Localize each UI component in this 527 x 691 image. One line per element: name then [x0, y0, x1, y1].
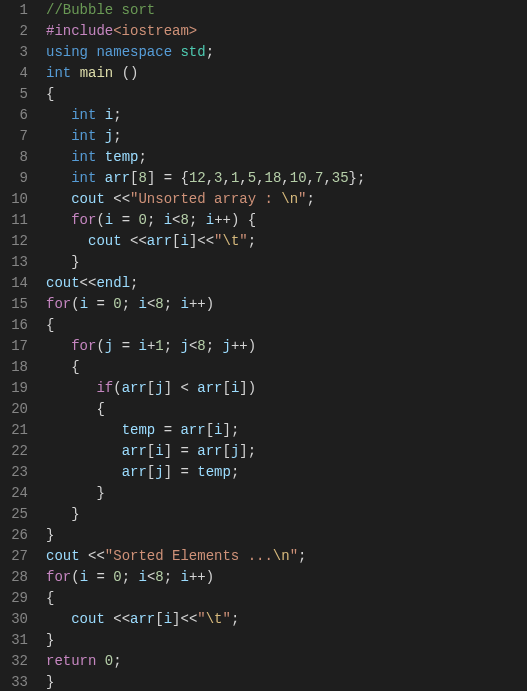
- code-line[interactable]: {: [46, 399, 365, 420]
- code-line[interactable]: temp = arr[i];: [46, 420, 365, 441]
- code-line[interactable]: for(i = 0; i<8; i++): [46, 567, 365, 588]
- token: =: [88, 569, 113, 585]
- token: ];: [239, 443, 256, 459]
- token: \n: [281, 191, 298, 207]
- code-line[interactable]: cout <<"Sorted Elements ...\n";: [46, 546, 365, 567]
- token: [96, 107, 104, 123]
- code-line[interactable]: cout <<"Unsorted array : \n";: [46, 189, 365, 210]
- line-number: 7: [0, 126, 28, 147]
- token: [46, 233, 88, 249]
- token: arr: [180, 422, 205, 438]
- code-line[interactable]: int i;: [46, 105, 365, 126]
- token: ;: [206, 44, 214, 60]
- token: i: [138, 338, 146, 354]
- token: [46, 149, 71, 165]
- code-line[interactable]: {: [46, 357, 365, 378]
- token: ;: [164, 296, 181, 312]
- code-line[interactable]: }: [46, 252, 365, 273]
- token: i: [181, 296, 189, 312]
- code-editor[interactable]: 1234567891011121314151617181920212223242…: [0, 0, 527, 691]
- token: <<: [105, 611, 130, 627]
- code-line[interactable]: for(j = i+1; j<8; j++): [46, 336, 365, 357]
- token: ;: [147, 212, 164, 228]
- token: <iostream>: [113, 23, 197, 39]
- token: <: [172, 212, 180, 228]
- token: ] =: [164, 464, 198, 480]
- token: [46, 443, 122, 459]
- token: temp: [197, 464, 231, 480]
- token: ;: [164, 569, 181, 585]
- token: ;: [130, 275, 138, 291]
- code-line[interactable]: }: [46, 504, 365, 525]
- code-line[interactable]: {: [46, 315, 365, 336]
- token: }: [46, 485, 105, 501]
- token: [46, 422, 122, 438]
- code-line[interactable]: cout <<arr[i]<<"\t";: [46, 231, 365, 252]
- token: i: [155, 443, 163, 459]
- token: ++): [189, 296, 214, 312]
- code-line[interactable]: arr[j] = temp;: [46, 462, 365, 483]
- code-line[interactable]: if(arr[j] < arr[i]): [46, 378, 365, 399]
- token: }: [46, 254, 80, 270]
- token: [: [222, 443, 230, 459]
- code-line[interactable]: using namespace std;: [46, 42, 365, 63]
- token: }: [46, 527, 54, 543]
- token: cout: [71, 611, 105, 627]
- token: [96, 653, 104, 669]
- token: =: [155, 422, 180, 438]
- token: ;: [231, 464, 239, 480]
- code-line[interactable]: int main (): [46, 63, 365, 84]
- code-line[interactable]: {: [46, 588, 365, 609]
- token: //Bubble sort: [46, 2, 155, 18]
- token: {: [46, 317, 54, 333]
- code-line[interactable]: }: [46, 672, 365, 691]
- token: [96, 149, 104, 165]
- code-line[interactable]: //Bubble sort: [46, 0, 365, 21]
- token: arr: [197, 380, 222, 396]
- code-area[interactable]: //Bubble sort#include<iostream>using nam…: [42, 0, 365, 691]
- token: 8: [138, 170, 146, 186]
- code-line[interactable]: int j;: [46, 126, 365, 147]
- token: ] =: [164, 443, 198, 459]
- token: arr: [130, 611, 155, 627]
- token: [46, 128, 71, 144]
- token: [: [147, 443, 155, 459]
- token: <<: [105, 191, 130, 207]
- code-line[interactable]: for(i = 0; i<8; i++) {: [46, 210, 365, 231]
- token: 8: [155, 569, 163, 585]
- code-line[interactable]: cout <<arr[i]<<"\t";: [46, 609, 365, 630]
- code-line[interactable]: arr[i] = arr[j];: [46, 441, 365, 462]
- token: ": [223, 611, 231, 627]
- token: 0: [138, 212, 146, 228]
- code-line[interactable]: }: [46, 525, 365, 546]
- token: ;: [113, 128, 121, 144]
- line-number: 18: [0, 357, 28, 378]
- token: [96, 128, 104, 144]
- code-line[interactable]: }: [46, 483, 365, 504]
- line-number: 12: [0, 231, 28, 252]
- code-line[interactable]: cout<<endl;: [46, 273, 365, 294]
- token: ;: [231, 611, 239, 627]
- token: [46, 212, 71, 228]
- code-line[interactable]: int arr[8] = {12,3,1,5,18,10,7,35};: [46, 168, 365, 189]
- token: (): [113, 65, 138, 81]
- token: ,: [323, 170, 331, 186]
- code-line[interactable]: for(i = 0; i<8; i++): [46, 294, 365, 315]
- code-line[interactable]: }: [46, 630, 365, 651]
- token: =: [113, 212, 138, 228]
- token: i: [80, 296, 88, 312]
- token: [46, 107, 71, 123]
- line-number: 20: [0, 399, 28, 420]
- token: 5: [248, 170, 256, 186]
- code-line[interactable]: #include<iostream>: [46, 21, 365, 42]
- token: temp: [105, 149, 139, 165]
- code-line[interactable]: int temp;: [46, 147, 365, 168]
- code-line[interactable]: return 0;: [46, 651, 365, 672]
- token: i: [206, 212, 214, 228]
- code-line[interactable]: {: [46, 84, 365, 105]
- line-number: 13: [0, 252, 28, 273]
- token: ;: [113, 107, 121, 123]
- token: 1: [155, 338, 163, 354]
- token: for: [71, 212, 96, 228]
- token: #include: [46, 23, 113, 39]
